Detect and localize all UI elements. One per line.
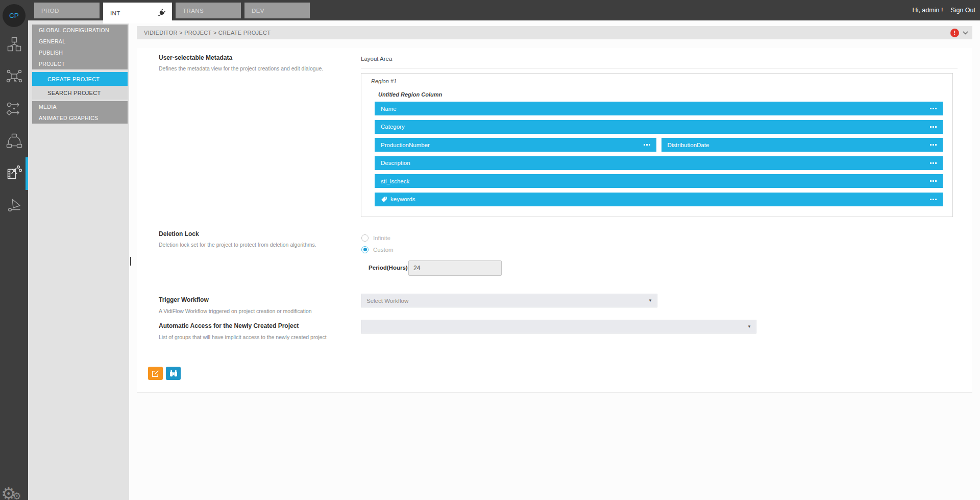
tab-label: TRANS (183, 8, 204, 14)
top-bar: PRODINTTRANSDEV Hi, admin ! Sign Out (28, 0, 980, 20)
user-greeting: Hi, admin ! (913, 7, 943, 14)
avatar[interactable]: CP (3, 4, 26, 27)
metadata-field[interactable]: ProductionNumber (375, 138, 656, 152)
row-menu-button[interactable] (926, 142, 937, 148)
metadata-field-label: Category (381, 124, 405, 130)
app-window: CP ⚙⚙ PRODINTTRANSDEV Hi, admin ! Sign O… (0, 0, 980, 500)
settings-gears-icon[interactable]: ⚙⚙ (1, 485, 21, 500)
topology-icon[interactable] (0, 130, 28, 152)
layout-area-box: Region #1 Untitled Region Column NameCat… (361, 73, 953, 217)
content-panel: User-selectable Metadata Defines the met… (137, 48, 972, 393)
tab-int[interactable]: INT (103, 3, 172, 23)
tab-dev[interactable]: DEV (244, 3, 310, 18)
config-nav: GLOBAL CONFIGURATIONGENERALPUBLISHPROJEC… (28, 20, 129, 500)
chevron-down-icon[interactable] (963, 31, 968, 35)
integrations-icon[interactable] (0, 66, 28, 87)
radio-selected-icon[interactable] (361, 246, 369, 253)
sidebar-item-media[interactable]: MEDIA (32, 101, 128, 112)
player-icon[interactable] (0, 195, 28, 216)
period-hours-input[interactable] (408, 260, 502, 276)
tab-label: DEV (252, 8, 264, 14)
alert-badge-icon[interactable]: ! (950, 29, 959, 37)
deletion-lock-title: Deletion Lock (159, 230, 199, 237)
sidebar-item-general[interactable]: GENERAL (32, 36, 128, 47)
plug-icon (157, 9, 166, 17)
metadata-row: Name (375, 102, 943, 115)
form-actions (148, 367, 181, 380)
metadata-field-label: ProductionNumber (381, 142, 430, 148)
modules-icon[interactable] (0, 34, 28, 55)
trigger-workflow-title: Trigger Workflow (159, 296, 209, 303)
metadata-field[interactable]: stl_ischeck (375, 174, 943, 188)
trigger-workflow-description: A VidiFlow Workflow triggered on project… (159, 308, 312, 314)
environment-tabs: PRODINTTRANSDEV (34, 3, 310, 23)
automatic-access-title: Automatic Access for the Newly Created P… (159, 322, 299, 329)
dropdown-arrow-icon: ▼ (747, 324, 751, 329)
sidebar-item-search-project[interactable]: SEARCH PROJECT (32, 86, 128, 100)
metadata-section-description: Defines the metadata view for the projec… (159, 65, 323, 72)
binoculars-icon (169, 370, 178, 377)
metadata-field[interactable]: Name (375, 102, 943, 115)
metadata-row: keywords (375, 193, 943, 206)
tab-label: INT (110, 10, 120, 16)
workflow-select-value: Select Workflow (366, 298, 408, 304)
automatic-access-description: List of groups that will have implicit a… (159, 334, 327, 340)
metadata-field-label: Name (381, 106, 397, 112)
edit-icon (152, 370, 159, 377)
metadata-row: Description (375, 156, 943, 170)
deletion-lock-options: InfiniteCustom (361, 233, 394, 254)
layout-area-divider (361, 68, 958, 68)
sidebar-item-create-project[interactable]: CREATE PROJECT (32, 72, 128, 86)
access-groups-select[interactable]: ▼ (361, 320, 756, 334)
metadata-field[interactable]: DistributionDate (662, 138, 943, 152)
metadata-field[interactable]: Description (375, 156, 943, 170)
sidebar-item-animated-graphics[interactable]: ANIMATED GRAPHICS (32, 112, 128, 124)
row-menu-button[interactable] (926, 106, 937, 111)
radio-option-custom[interactable]: Custom (361, 245, 394, 254)
sidebar-item-publish[interactable]: PUBLISH (32, 47, 128, 58)
dropdown-arrow-icon: ▼ (648, 298, 652, 303)
row-menu-button[interactable] (926, 197, 937, 202)
region-label: Region #1 (371, 78, 397, 84)
text-cursor (130, 257, 131, 266)
radio-label: Infinite (373, 235, 390, 241)
workflow-select[interactable]: Select Workflow ▼ (361, 294, 657, 307)
tag-icon (381, 196, 387, 203)
metadata-field[interactable]: Category (375, 120, 943, 134)
layout-area-label: Layout Area (361, 56, 392, 62)
deletion-lock-description: Deletion lock set for the project to pro… (159, 242, 316, 248)
metadata-section-title: User-selectable Metadata (159, 54, 232, 61)
metadata-field[interactable]: keywords (375, 193, 943, 206)
video-editor-icon[interactable] (0, 162, 28, 184)
edit-button[interactable] (148, 367, 163, 380)
metadata-field-label: stl_ischeck (381, 178, 409, 184)
sidebar-item-project[interactable]: PROJECT (32, 58, 128, 69)
row-menu-button[interactable] (926, 124, 937, 130)
user-area: Hi, admin ! Sign Out (913, 0, 975, 20)
row-menu-button[interactable] (926, 178, 937, 184)
row-menu-button[interactable] (926, 160, 937, 166)
radio-unselected-icon[interactable] (361, 234, 369, 242)
radio-option-infinite[interactable]: Infinite (361, 233, 394, 243)
find-button[interactable] (166, 367, 181, 380)
tab-label: PROD (41, 8, 59, 14)
sign-out-link[interactable]: Sign Out (950, 7, 975, 14)
metadata-row: Category (375, 120, 943, 134)
workflow-icon[interactable] (0, 98, 28, 120)
tab-prod[interactable]: PROD (34, 3, 100, 18)
radio-label: Custom (373, 247, 394, 253)
breadcrumb: VIDIEDITOR > PROJECT > CREATE PROJECT (144, 30, 271, 36)
breadcrumb-bar: VIDIEDITOR > PROJECT > CREATE PROJECT ! (137, 26, 972, 39)
period-hours-label: Period(Hours) (369, 265, 408, 271)
tab-trans[interactable]: TRANS (176, 3, 241, 18)
sidebar-item-global-configuration[interactable]: GLOBAL CONFIGURATION (32, 25, 128, 36)
region-column-label: Untitled Region Column (378, 91, 442, 98)
metadata-row: stl_ischeck (375, 174, 943, 188)
row-menu-button[interactable] (640, 142, 650, 148)
metadata-field-label: DistributionDate (668, 142, 709, 148)
metadata-field-label: Description (381, 160, 410, 166)
metadata-row: ProductionNumberDistributionDate (375, 138, 943, 152)
metadata-field-label: keywords (390, 196, 415, 202)
icon-sidebar: CP ⚙⚙ (0, 0, 28, 500)
